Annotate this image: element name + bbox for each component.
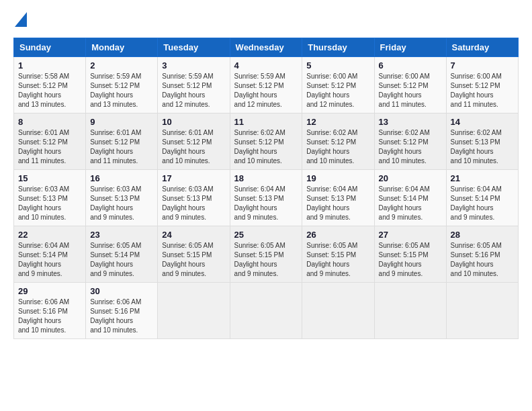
calendar-cell: 21Sunrise: 6:04 AMSunset: 5:14 PMDayligh… <box>446 170 518 226</box>
day-info: Sunrise: 6:01 AMSunset: 5:12 PMDaylight … <box>90 128 153 166</box>
day-header-wednesday: Wednesday <box>230 38 302 57</box>
calendar-cell: 7Sunrise: 6:00 AMSunset: 5:12 PMDaylight… <box>446 57 518 113</box>
day-header-sunday: Sunday <box>14 38 86 57</box>
page-header <box>13 13 519 27</box>
calendar-cell: 6Sunrise: 6:00 AMSunset: 5:12 PMDaylight… <box>374 57 446 113</box>
calendar-cell: 1Sunrise: 5:58 AMSunset: 5:12 PMDaylight… <box>14 57 86 113</box>
day-number: 29 <box>18 286 81 296</box>
calendar-table: SundayMondayTuesdayWednesdayThursdayFrid… <box>13 38 519 339</box>
day-info: Sunrise: 6:05 AMSunset: 5:15 PMDaylight … <box>379 241 442 279</box>
day-number: 11 <box>234 117 298 127</box>
calendar-cell: 22Sunrise: 6:04 AMSunset: 5:14 PMDayligh… <box>14 226 86 283</box>
calendar-cell: 13Sunrise: 6:02 AMSunset: 5:12 PMDayligh… <box>374 113 446 170</box>
day-info: Sunrise: 6:02 AMSunset: 5:13 PMDaylight … <box>451 128 514 166</box>
calendar-header-row: SundayMondayTuesdayWednesdayThursdayFrid… <box>14 38 519 57</box>
day-number: 13 <box>379 117 442 127</box>
svg-marker-0 <box>15 12 27 27</box>
day-number: 8 <box>18 117 81 127</box>
day-info: Sunrise: 6:05 AMSunset: 5:15 PMDaylight … <box>234 241 298 279</box>
calendar-cell: 14Sunrise: 6:02 AMSunset: 5:13 PMDayligh… <box>446 113 518 170</box>
day-number: 27 <box>379 230 442 240</box>
calendar-cell: 16Sunrise: 6:03 AMSunset: 5:13 PMDayligh… <box>86 170 158 226</box>
day-info: Sunrise: 6:04 AMSunset: 5:13 PMDaylight … <box>234 185 298 222</box>
day-number: 17 <box>162 173 225 183</box>
calendar-cell: 28Sunrise: 6:05 AMSunset: 5:16 PMDayligh… <box>446 226 518 283</box>
day-info: Sunrise: 6:02 AMSunset: 5:12 PMDaylight … <box>306 128 369 166</box>
day-info: Sunrise: 6:05 AMSunset: 5:15 PMDaylight … <box>162 241 225 279</box>
calendar-cell: 20Sunrise: 6:04 AMSunset: 5:14 PMDayligh… <box>374 170 446 226</box>
calendar-cell: 9Sunrise: 6:01 AMSunset: 5:12 PMDaylight… <box>86 113 158 170</box>
day-number: 1 <box>18 60 81 71</box>
calendar-cell: 8Sunrise: 6:01 AMSunset: 5:12 PMDaylight… <box>14 113 86 170</box>
calendar-week-row: 1Sunrise: 5:58 AMSunset: 5:12 PMDaylight… <box>14 57 519 113</box>
day-number: 20 <box>379 173 442 183</box>
day-info: Sunrise: 6:01 AMSunset: 5:12 PMDaylight … <box>162 128 225 166</box>
day-header-saturday: Saturday <box>446 38 518 57</box>
day-number: 14 <box>451 117 514 127</box>
day-header-friday: Friday <box>374 38 446 57</box>
calendar-cell: 30Sunrise: 6:06 AMSunset: 5:16 PMDayligh… <box>86 283 158 339</box>
calendar-cell: 18Sunrise: 6:04 AMSunset: 5:13 PMDayligh… <box>230 170 302 226</box>
day-number: 2 <box>90 60 153 71</box>
day-number: 9 <box>90 117 153 127</box>
day-number: 7 <box>451 60 514 71</box>
day-info: Sunrise: 6:03 AMSunset: 5:13 PMDaylight … <box>90 185 153 222</box>
day-number: 18 <box>234 173 298 183</box>
calendar-cell: 23Sunrise: 6:05 AMSunset: 5:14 PMDayligh… <box>86 226 158 283</box>
day-number: 26 <box>306 230 369 240</box>
calendar-cell <box>230 283 302 339</box>
day-number: 22 <box>18 230 81 240</box>
calendar-cell: 25Sunrise: 6:05 AMSunset: 5:15 PMDayligh… <box>230 226 302 283</box>
calendar-cell: 15Sunrise: 6:03 AMSunset: 5:13 PMDayligh… <box>14 170 86 226</box>
calendar-cell: 4Sunrise: 5:59 AMSunset: 5:12 PMDaylight… <box>230 57 302 113</box>
day-info: Sunrise: 5:59 AMSunset: 5:12 PMDaylight … <box>162 72 225 109</box>
day-info: Sunrise: 6:06 AMSunset: 5:16 PMDaylight … <box>18 298 81 335</box>
day-info: Sunrise: 6:05 AMSunset: 5:15 PMDaylight … <box>306 241 369 279</box>
calendar-cell: 5Sunrise: 6:00 AMSunset: 5:12 PMDaylight… <box>302 57 374 113</box>
calendar-cell: 27Sunrise: 6:05 AMSunset: 5:15 PMDayligh… <box>374 226 446 283</box>
day-info: Sunrise: 6:04 AMSunset: 5:14 PMDaylight … <box>379 185 442 222</box>
day-number: 25 <box>234 230 298 240</box>
day-number: 10 <box>162 117 225 127</box>
calendar-cell: 24Sunrise: 6:05 AMSunset: 5:15 PMDayligh… <box>158 226 230 283</box>
day-info: Sunrise: 6:05 AMSunset: 5:16 PMDaylight … <box>451 241 514 279</box>
day-number: 3 <box>162 60 225 71</box>
day-number: 23 <box>90 230 153 240</box>
day-number: 6 <box>379 60 442 71</box>
day-header-thursday: Thursday <box>302 38 374 57</box>
calendar-week-row: 22Sunrise: 6:04 AMSunset: 5:14 PMDayligh… <box>14 226 519 283</box>
day-number: 15 <box>18 173 81 183</box>
day-info: Sunrise: 6:01 AMSunset: 5:12 PMDaylight … <box>18 128 81 166</box>
calendar-cell <box>302 283 374 339</box>
calendar-cell <box>374 283 446 339</box>
calendar-week-row: 29Sunrise: 6:06 AMSunset: 5:16 PMDayligh… <box>14 283 519 339</box>
calendar-cell: 3Sunrise: 5:59 AMSunset: 5:12 PMDaylight… <box>158 57 230 113</box>
logo <box>13 13 27 27</box>
day-number: 28 <box>451 230 514 240</box>
calendar-cell: 2Sunrise: 5:59 AMSunset: 5:12 PMDaylight… <box>86 57 158 113</box>
day-info: Sunrise: 6:06 AMSunset: 5:16 PMDaylight … <box>90 298 153 335</box>
day-info: Sunrise: 5:59 AMSunset: 5:12 PMDaylight … <box>234 72 298 109</box>
day-info: Sunrise: 6:00 AMSunset: 5:12 PMDaylight … <box>451 72 514 109</box>
calendar-cell: 10Sunrise: 6:01 AMSunset: 5:12 PMDayligh… <box>158 113 230 170</box>
calendar-cell: 29Sunrise: 6:06 AMSunset: 5:16 PMDayligh… <box>14 283 86 339</box>
day-number: 21 <box>451 173 514 183</box>
day-number: 5 <box>306 60 369 71</box>
calendar-cell <box>158 283 230 339</box>
logo-icon <box>15 12 27 27</box>
day-info: Sunrise: 6:04 AMSunset: 5:14 PMDaylight … <box>451 185 514 222</box>
calendar-cell: 11Sunrise: 6:02 AMSunset: 5:12 PMDayligh… <box>230 113 302 170</box>
day-number: 4 <box>234 60 298 71</box>
day-info: Sunrise: 5:58 AMSunset: 5:12 PMDaylight … <box>18 72 81 109</box>
day-header-tuesday: Tuesday <box>158 38 230 57</box>
day-info: Sunrise: 6:04 AMSunset: 5:14 PMDaylight … <box>18 241 81 279</box>
day-info: Sunrise: 6:03 AMSunset: 5:13 PMDaylight … <box>162 185 225 222</box>
calendar-cell <box>446 283 518 339</box>
calendar-week-row: 8Sunrise: 6:01 AMSunset: 5:12 PMDaylight… <box>14 113 519 170</box>
day-number: 16 <box>90 173 153 183</box>
day-header-monday: Monday <box>86 38 158 57</box>
day-info: Sunrise: 6:04 AMSunset: 5:13 PMDaylight … <box>306 185 369 222</box>
day-info: Sunrise: 6:02 AMSunset: 5:12 PMDaylight … <box>234 128 298 166</box>
calendar-cell: 17Sunrise: 6:03 AMSunset: 5:13 PMDayligh… <box>158 170 230 226</box>
day-info: Sunrise: 6:00 AMSunset: 5:12 PMDaylight … <box>306 72 369 109</box>
